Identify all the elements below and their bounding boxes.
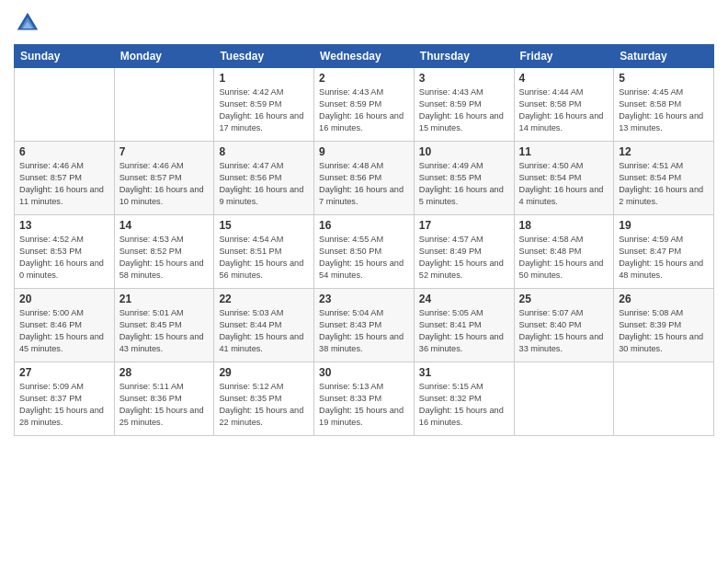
- calendar-cell: 27Sunrise: 5:09 AM Sunset: 8:37 PM Dayli…: [15, 362, 115, 436]
- calendar-cell: 8Sunrise: 4:47 AM Sunset: 8:56 PM Daylig…: [214, 142, 314, 215]
- day-number: 14: [119, 219, 210, 232]
- day-info: Sunrise: 5:09 AM Sunset: 8:37 PM Dayligh…: [19, 381, 109, 429]
- day-number: 6: [19, 145, 109, 158]
- day-number: 19: [619, 219, 709, 232]
- weekday-header-sunday: Sunday: [15, 45, 115, 68]
- day-info: Sunrise: 5:05 AM Sunset: 8:41 PM Dayligh…: [419, 307, 509, 355]
- calendar-cell: 21Sunrise: 5:01 AM Sunset: 8:45 PM Dayli…: [114, 289, 214, 362]
- calendar-cell: 22Sunrise: 5:03 AM Sunset: 8:44 PM Dayli…: [214, 289, 314, 362]
- calendar-cell: 3Sunrise: 4:43 AM Sunset: 8:59 PM Daylig…: [414, 68, 514, 142]
- day-info: Sunrise: 5:12 AM Sunset: 8:35 PM Dayligh…: [219, 381, 309, 429]
- day-number: 18: [519, 219, 609, 232]
- day-info: Sunrise: 4:43 AM Sunset: 8:59 PM Dayligh…: [419, 86, 509, 134]
- day-info: Sunrise: 4:47 AM Sunset: 8:56 PM Dayligh…: [219, 160, 309, 208]
- day-number: 31: [419, 366, 509, 379]
- weekday-header-friday: Friday: [514, 45, 614, 68]
- calendar-week-2: 6Sunrise: 4:46 AM Sunset: 8:57 PM Daylig…: [15, 142, 714, 215]
- calendar-cell: 18Sunrise: 4:58 AM Sunset: 8:48 PM Dayli…: [514, 215, 614, 289]
- weekday-header-row: SundayMondayTuesdayWednesdayThursdayFrid…: [15, 45, 714, 68]
- calendar-cell: 11Sunrise: 4:50 AM Sunset: 8:54 PM Dayli…: [514, 142, 614, 215]
- day-number: 10: [419, 145, 509, 158]
- day-number: 1: [219, 72, 309, 85]
- day-info: Sunrise: 5:11 AM Sunset: 8:36 PM Dayligh…: [119, 381, 210, 429]
- day-info: Sunrise: 4:59 AM Sunset: 8:47 PM Dayligh…: [619, 234, 709, 282]
- day-info: Sunrise: 5:07 AM Sunset: 8:40 PM Dayligh…: [519, 307, 609, 355]
- day-info: Sunrise: 5:04 AM Sunset: 8:43 PM Dayligh…: [319, 307, 409, 355]
- logo: [14, 9, 45, 37]
- day-info: Sunrise: 5:15 AM Sunset: 8:32 PM Dayligh…: [419, 381, 509, 429]
- calendar-cell: 7Sunrise: 4:46 AM Sunset: 8:57 PM Daylig…: [114, 142, 214, 215]
- calendar-table: SundayMondayTuesdayWednesdayThursdayFrid…: [14, 44, 714, 436]
- day-info: Sunrise: 4:54 AM Sunset: 8:51 PM Dayligh…: [219, 234, 309, 282]
- calendar-cell: 19Sunrise: 4:59 AM Sunset: 8:47 PM Dayli…: [614, 215, 714, 289]
- day-info: Sunrise: 4:42 AM Sunset: 8:59 PM Dayligh…: [219, 86, 309, 134]
- calendar-cell: 31Sunrise: 5:15 AM Sunset: 8:32 PM Dayli…: [414, 362, 514, 436]
- day-number: 20: [19, 293, 109, 305]
- day-info: Sunrise: 4:48 AM Sunset: 8:56 PM Dayligh…: [319, 160, 409, 208]
- calendar-cell: 1Sunrise: 4:42 AM Sunset: 8:59 PM Daylig…: [214, 68, 314, 142]
- page: SundayMondayTuesdayWednesdayThursdayFrid…: [0, 0, 728, 563]
- calendar-cell: 23Sunrise: 5:04 AM Sunset: 8:43 PM Dayli…: [314, 289, 415, 362]
- day-number: 2: [319, 72, 409, 85]
- weekday-header-thursday: Thursday: [414, 45, 514, 68]
- day-number: 28: [119, 366, 210, 379]
- day-number: 7: [119, 145, 210, 158]
- day-number: 26: [619, 293, 709, 305]
- calendar-cell: 20Sunrise: 5:00 AM Sunset: 8:46 PM Dayli…: [15, 289, 115, 362]
- calendar-cell: 28Sunrise: 5:11 AM Sunset: 8:36 PM Dayli…: [114, 362, 214, 436]
- day-number: 12: [619, 145, 709, 158]
- calendar-cell: [114, 68, 214, 142]
- header: [14, 9, 714, 37]
- day-number: 13: [19, 219, 109, 232]
- calendar-cell: 6Sunrise: 4:46 AM Sunset: 8:57 PM Daylig…: [15, 142, 115, 215]
- calendar-cell: 10Sunrise: 4:49 AM Sunset: 8:55 PM Dayli…: [414, 142, 514, 215]
- calendar-cell: [614, 362, 714, 436]
- day-number: 16: [319, 219, 409, 232]
- day-info: Sunrise: 4:52 AM Sunset: 8:53 PM Dayligh…: [19, 234, 109, 282]
- day-number: 17: [419, 219, 509, 232]
- calendar-cell: 12Sunrise: 4:51 AM Sunset: 8:54 PM Dayli…: [614, 142, 714, 215]
- day-number: 9: [319, 145, 409, 158]
- day-info: Sunrise: 5:01 AM Sunset: 8:45 PM Dayligh…: [119, 307, 210, 355]
- calendar-cell: 24Sunrise: 5:05 AM Sunset: 8:41 PM Dayli…: [414, 289, 514, 362]
- calendar-body: 1Sunrise: 4:42 AM Sunset: 8:59 PM Daylig…: [15, 68, 714, 436]
- day-number: 23: [319, 293, 409, 305]
- day-number: 4: [519, 72, 609, 85]
- calendar-cell: 17Sunrise: 4:57 AM Sunset: 8:49 PM Dayli…: [414, 215, 514, 289]
- calendar-cell: 25Sunrise: 5:07 AM Sunset: 8:40 PM Dayli…: [514, 289, 614, 362]
- weekday-header-monday: Monday: [114, 45, 214, 68]
- weekday-header-wednesday: Wednesday: [314, 45, 415, 68]
- day-number: 8: [219, 145, 309, 158]
- day-number: 30: [319, 366, 409, 379]
- weekday-header-saturday: Saturday: [614, 45, 714, 68]
- calendar-cell: 4Sunrise: 4:44 AM Sunset: 8:58 PM Daylig…: [514, 68, 614, 142]
- day-info: Sunrise: 5:13 AM Sunset: 8:33 PM Dayligh…: [319, 381, 409, 429]
- day-info: Sunrise: 5:00 AM Sunset: 8:46 PM Dayligh…: [19, 307, 109, 355]
- day-info: Sunrise: 4:44 AM Sunset: 8:58 PM Dayligh…: [519, 86, 609, 134]
- logo-icon: [14, 9, 41, 37]
- day-info: Sunrise: 4:46 AM Sunset: 8:57 PM Dayligh…: [119, 160, 210, 208]
- day-info: Sunrise: 4:45 AM Sunset: 8:58 PM Dayligh…: [619, 86, 709, 134]
- day-number: 11: [519, 145, 609, 158]
- day-number: 29: [219, 366, 309, 379]
- day-number: 22: [219, 293, 309, 305]
- day-number: 15: [219, 219, 309, 232]
- calendar-header: SundayMondayTuesdayWednesdayThursdayFrid…: [15, 45, 714, 68]
- day-info: Sunrise: 4:49 AM Sunset: 8:55 PM Dayligh…: [419, 160, 509, 208]
- calendar-cell: 5Sunrise: 4:45 AM Sunset: 8:58 PM Daylig…: [614, 68, 714, 142]
- calendar-cell: 9Sunrise: 4:48 AM Sunset: 8:56 PM Daylig…: [314, 142, 415, 215]
- day-info: Sunrise: 4:43 AM Sunset: 8:59 PM Dayligh…: [319, 86, 409, 134]
- calendar-week-5: 27Sunrise: 5:09 AM Sunset: 8:37 PM Dayli…: [15, 362, 714, 436]
- calendar-cell: 29Sunrise: 5:12 AM Sunset: 8:35 PM Dayli…: [214, 362, 314, 436]
- calendar-cell: 30Sunrise: 5:13 AM Sunset: 8:33 PM Dayli…: [314, 362, 415, 436]
- day-info: Sunrise: 4:46 AM Sunset: 8:57 PM Dayligh…: [19, 160, 109, 208]
- weekday-header-tuesday: Tuesday: [214, 45, 314, 68]
- day-info: Sunrise: 4:50 AM Sunset: 8:54 PM Dayligh…: [519, 160, 609, 208]
- day-number: 3: [419, 72, 509, 85]
- calendar-cell: 13Sunrise: 4:52 AM Sunset: 8:53 PM Dayli…: [15, 215, 115, 289]
- day-number: 24: [419, 293, 509, 305]
- day-info: Sunrise: 4:51 AM Sunset: 8:54 PM Dayligh…: [619, 160, 709, 208]
- day-number: 21: [119, 293, 210, 305]
- day-number: 27: [19, 366, 109, 379]
- calendar-week-4: 20Sunrise: 5:00 AM Sunset: 8:46 PM Dayli…: [15, 289, 714, 362]
